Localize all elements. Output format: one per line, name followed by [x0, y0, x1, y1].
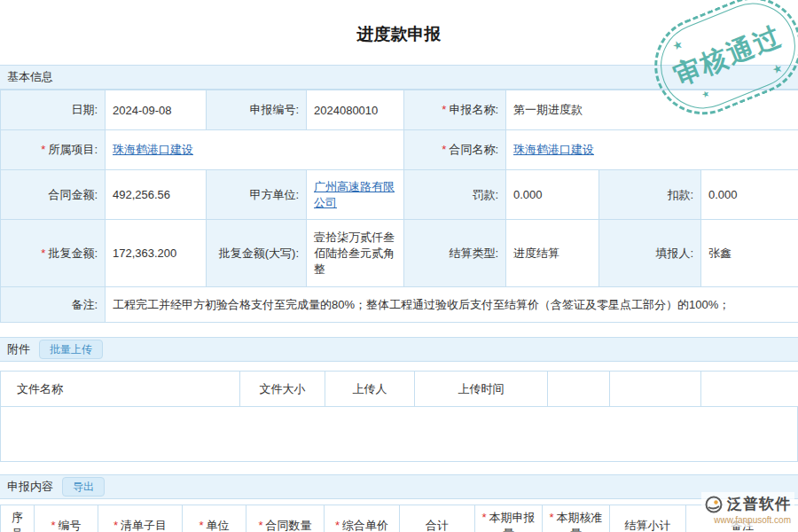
date-label: 日期:	[1, 90, 106, 130]
section-attachments-title: 附件	[7, 341, 30, 357]
fanpu-logo-icon	[705, 496, 723, 513]
attach-col-empty	[610, 372, 701, 407]
attach-col-empty	[548, 372, 610, 407]
spacer	[0, 323, 798, 337]
decl-col-approved-qty: *本期核准量	[543, 505, 610, 532]
attachments-table: 文件名称 文件大小 上传人 上传时间	[0, 371, 798, 407]
approved-amount-caps-label: 批复金额(大写):	[207, 220, 307, 287]
contract-amount-value: 492,256.56	[106, 170, 207, 220]
stamp-text: 审核通过	[669, 18, 787, 94]
required-marker: *	[549, 511, 553, 524]
required-marker: *	[481, 511, 486, 524]
decl-col-declared-qty: *本期申报量	[475, 505, 543, 532]
remark-value: 工程完工并经甲方初验合格支付至完成量的80%；整体工程通过验收后支付至结算价（含…	[106, 287, 798, 323]
approved-amount-label: *批复金额:	[1, 220, 106, 287]
project-label: *所属项目:	[1, 130, 106, 170]
decl-col-list-item: *清单子目	[98, 505, 183, 532]
declaration-no-value: 2024080010	[307, 90, 404, 130]
basic-info-table: 日期: 2024-09-08 申报编号: 2024080010 *申报名称: 第…	[0, 90, 798, 323]
party-a-value: 广州高速路有限公司	[307, 170, 404, 220]
attach-col-empty	[701, 372, 798, 407]
settlement-type-value: 进度结算	[506, 220, 599, 287]
contract-name-link[interactable]: 珠海鹤港口建设	[513, 143, 594, 156]
required-marker: *	[41, 246, 45, 260]
declaration-name-label: *申报名称:	[404, 90, 506, 130]
batch-upload-button[interactable]: 批量上传	[39, 340, 103, 359]
star-icon: ★	[670, 37, 685, 53]
required-marker: *	[442, 103, 446, 116]
star-icon: ★	[700, 88, 711, 100]
penalty-value: 0.000	[506, 170, 599, 220]
required-marker: *	[258, 519, 262, 532]
contract-amount-label: 合同金额:	[1, 170, 106, 220]
required-marker: *	[113, 519, 118, 532]
required-marker: *	[41, 143, 45, 156]
approved-amount-caps-value: 壹拾柒万贰仟叁佰陆拾叁元贰角整	[307, 220, 404, 287]
decl-col-unit-price: *综合单价	[325, 505, 400, 532]
approved-amount-value: 172,363.200	[106, 220, 207, 287]
decl-col-seq: 序号	[1, 505, 35, 532]
spacer	[0, 462, 798, 474]
contract-name-value: 珠海鹤港口建设	[506, 130, 798, 170]
section-declaration: 申报内容 导出	[0, 474, 798, 499]
declaration-no-label: 申报编号:	[207, 90, 307, 130]
required-marker: *	[335, 519, 340, 532]
contract-name-label: *合同名称:	[404, 130, 506, 170]
settlement-type-label: 结算类型:	[404, 220, 506, 287]
brand-name: 泛普软件	[727, 494, 791, 514]
section-declaration-title: 申报内容	[7, 479, 53, 495]
decl-col-unit: *单位	[183, 505, 246, 532]
date-value: 2024-09-08	[106, 90, 207, 130]
attach-col-filename: 文件名称	[1, 372, 240, 407]
brand-url: www.fanpusoft.com	[705, 515, 791, 525]
deduction-label: 扣款:	[599, 170, 701, 220]
section-basic-info-title: 基本信息	[7, 69, 53, 85]
reporter-value: 张鑫	[701, 220, 798, 287]
attach-col-uploadtime: 上传时间	[415, 372, 548, 407]
attachments-empty-area	[0, 407, 798, 462]
star-icon: ★	[771, 61, 785, 77]
deduction-value: 0.000	[701, 170, 798, 220]
decl-col-total: 合计	[400, 505, 475, 532]
party-a-link[interactable]: 广州高速路有限公司	[314, 180, 395, 209]
decl-col-contract-qty: *合同数量	[246, 505, 325, 532]
required-marker: *	[199, 519, 203, 532]
decl-col-settle-subtotal: 结算小计	[610, 505, 686, 532]
project-value: 珠海鹤港口建设	[106, 130, 404, 170]
export-button[interactable]: 导出	[62, 477, 105, 497]
required-marker: *	[442, 143, 446, 156]
decl-col-no: *编号	[35, 505, 98, 532]
attach-col-filesize: 文件大小	[240, 372, 325, 407]
required-marker: *	[51, 519, 55, 532]
attach-col-uploader: 上传人	[325, 372, 415, 407]
party-a-label: 甲方单位:	[207, 170, 307, 220]
brand-watermark: 泛普软件 www.fanpusoft.com	[701, 492, 794, 527]
penalty-label: 罚款:	[404, 170, 506, 220]
reporter-label: 填报人:	[599, 220, 701, 287]
remark-label: 备注:	[1, 287, 106, 323]
section-attachments: 附件 批量上传	[0, 337, 798, 362]
project-link[interactable]: 珠海鹤港口建设	[113, 143, 193, 156]
declaration-table: 序号 *编号 *清单子目 *单位 *合同数量 *综合单价 合计 *本期申报量 *…	[0, 505, 798, 532]
